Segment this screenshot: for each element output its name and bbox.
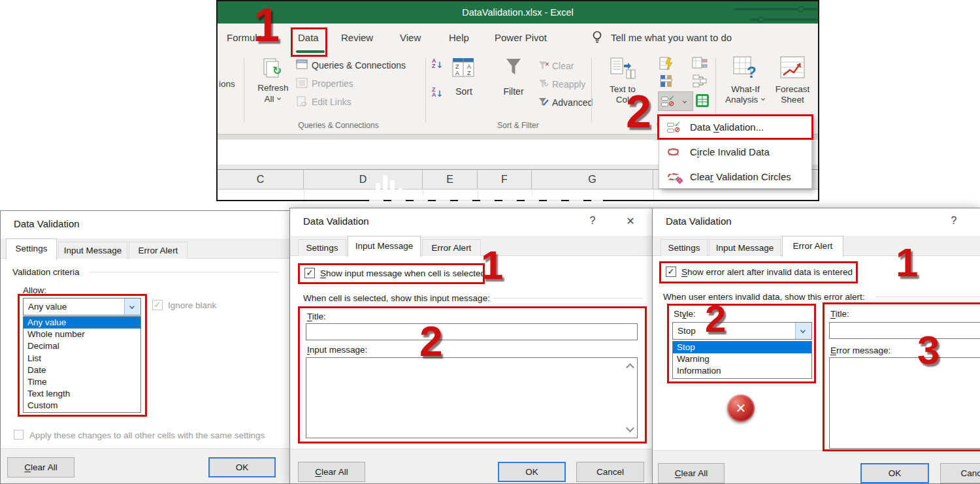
tab-input-message[interactable]: Input Message [348,236,421,257]
clear-all-button[interactable]: Clear All [298,462,365,482]
chevron-down-icon [800,328,806,333]
tab-data[interactable]: Data [298,32,319,43]
manage-data-model-icon[interactable] [694,93,710,110]
advanced-filter-button[interactable]: Advanced [552,97,593,108]
what-if-analysis-label2[interactable]: Analysis [721,95,770,105]
dialog-tabs: Settings Input Message Error Alert [1,238,289,259]
clear-filter-button: Clear [552,61,574,71]
consolidate-icon[interactable] [692,57,708,73]
list-item[interactable]: List [24,353,140,364]
input-message-textarea[interactable] [306,357,638,438]
refresh-all-button[interactable]: Refresh [254,83,292,93]
tab-error-alert[interactable]: Error Alert [129,242,188,259]
list-item[interactable]: Any value [24,317,140,329]
text-to-columns-label2: Col [604,95,641,105]
chevron-down-icon [129,304,135,309]
list-item[interactable]: Decimal [24,340,140,352]
what-if-analysis-button[interactable]: What-If [721,84,770,94]
tab-view[interactable]: View [400,32,421,43]
tell-me-box[interactable]: Tell me what you want to do [611,32,732,43]
cancel-button[interactable]: Cancel [940,463,980,483]
column-header-d[interactable]: D [304,170,423,189]
apply-changes-checkbox[interactable] [14,430,24,440]
column-header-c[interactable]: C [218,170,304,189]
queries-connections-button[interactable]: Queries & Connections [312,60,406,71]
tab-settings[interactable]: Settings [298,239,346,256]
column-header-g[interactable]: G [532,170,653,189]
tab-power-pivot[interactable]: Power Pivot [495,32,547,43]
menu-item-clear-validation-circles[interactable]: Clear Validation Circles [660,166,811,189]
ok-button[interactable]: OK [208,457,276,477]
input-message-label: Input message: [307,345,367,355]
error-message-textarea[interactable] [829,357,980,449]
list-item[interactable]: Custom [24,400,140,411]
column-header-f[interactable]: F [478,170,532,189]
svg-text:↻: ↻ [544,81,549,88]
show-input-message-checkbox[interactable]: ✓ [304,268,315,278]
list-item[interactable]: Whole number [24,329,140,340]
clear-all-button[interactable]: Clear All [658,463,725,483]
list-item[interactable]: Stop [673,342,811,353]
forecast-sheet-button[interactable]: Forecast [772,84,813,94]
remove-duplicates-icon[interactable] [659,74,674,90]
tab-help[interactable]: Help [449,32,469,43]
screenshot-root: DataValidation.xlsx - Excel Formulas Dat… [0,0,980,484]
menu-item-data-validation[interactable]: ✓⊘ Data Validation... [660,116,811,139]
dialog-data-validation-input-message: Data Validation ? ✕ Settings Input Messa… [289,208,653,484]
show-error-alert-checkbox[interactable]: ✓ [666,266,676,277]
sort-button[interactable]: Sort [448,86,480,97]
style-combobox[interactable]: Stop [672,322,812,340]
style-label: Style: [674,309,696,319]
error-title-input[interactable] [829,322,980,339]
group-label-sort-filter: Sort & Filter [466,121,570,130]
scroll-up-icon[interactable] [626,363,634,372]
list-item[interactable]: Warning [673,353,811,365]
menu-item-circle-invalid-data[interactable]: Circle Invalid Data [660,141,811,164]
refresh-all-label2[interactable]: All [254,94,292,104]
flash-fill-icon[interactable] [659,57,674,73]
list-item[interactable]: Information [673,365,811,377]
clear-all-button[interactable]: Clear All [7,457,74,477]
column-header-e[interactable]: E [423,170,478,189]
cancel-button[interactable]: Cancel [576,462,644,482]
edit-links-button: Edit Links [312,97,351,107]
tab-formulas[interactable]: Formulas [227,32,268,43]
titlebar-decoration [750,18,819,21]
apply-changes-label: Apply these changes to all other cells w… [29,430,265,440]
help-icon[interactable]: ? [584,215,601,227]
tab-review[interactable]: Review [341,32,373,43]
watermark [369,196,603,202]
ignore-blank-checkbox[interactable]: ✓ [152,300,163,310]
watermark [376,183,380,193]
active-tab-underline [296,50,325,53]
sort-za-icon[interactable]: ZA↓ [432,87,443,99]
tab-error-alert[interactable]: Error Alert [782,236,843,257]
tab-error-alert[interactable]: Error Alert [422,239,481,256]
ok-button[interactable]: OK [498,462,566,482]
text-to-columns-button[interactable]: Text to [604,84,641,94]
style-combobox-dropdown-button[interactable] [795,323,811,339]
tab-input-message[interactable]: Input Message [58,242,127,259]
list-item[interactable]: Time [24,376,140,388]
tab-input-message[interactable]: Input Message [709,239,781,256]
clear-filter-icon: ✕ [538,60,549,73]
tab-settings[interactable]: Settings [661,239,708,256]
allow-combobox[interactable]: Any value [23,298,141,315]
title-input[interactable] [306,323,638,340]
title-label: Title: [830,309,849,319]
data-validation-button[interactable]: ✓⊘ [658,91,693,111]
help-icon[interactable]: ? [945,215,962,227]
queries-connections-icon [296,59,308,71]
dialog-tabs: Settings Input Message Error Alert [653,236,980,256]
tab-settings[interactable]: Settings [6,238,57,259]
allow-combobox-dropdown-button[interactable] [124,298,140,315]
sort-az-icon[interactable]: AZ↓ [432,58,443,70]
list-item[interactable]: Date [24,364,140,376]
reapply-filter-icon: ↻ [538,78,549,91]
list-item[interactable]: Text length [24,388,140,400]
relationships-icon[interactable] [692,74,708,90]
ok-button[interactable]: OK [860,463,929,483]
scroll-down-icon[interactable] [626,424,634,432]
filter-button[interactable]: Filter [497,86,530,97]
close-icon[interactable]: ✕ [622,215,639,227]
